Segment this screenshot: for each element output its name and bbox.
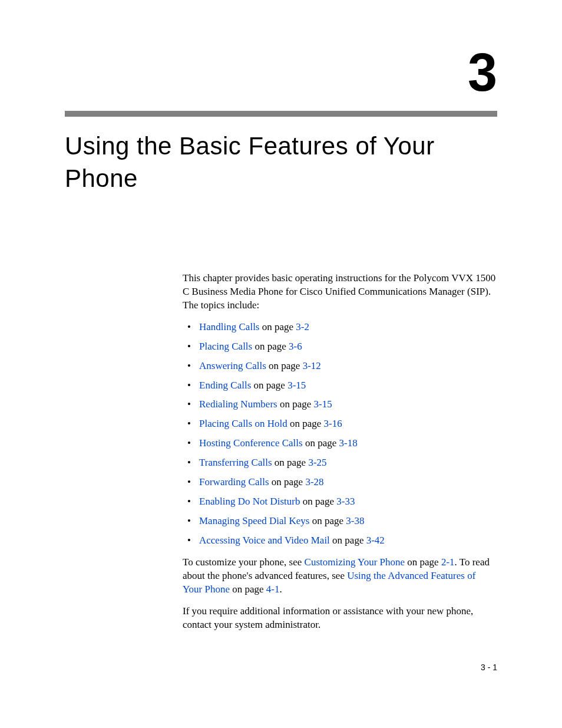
topic-mid: on page — [259, 321, 296, 332]
page-ref-link[interactable]: 4-1 — [266, 584, 280, 595]
topic-link[interactable]: Enabling Do Not Disturb — [199, 496, 300, 507]
list-item: Enabling Do Not Disturb on page 3-33 — [183, 495, 497, 509]
topic-link[interactable]: Redialing Numbers — [199, 398, 277, 410]
horizontal-rule — [65, 111, 497, 117]
body-column: This chapter provides basic operating in… — [183, 272, 497, 632]
topic-link[interactable]: Ending Calls — [199, 380, 251, 391]
list-item: Hosting Conference Calls on page 3-18 — [183, 437, 497, 450]
topic-mid: on page — [330, 535, 366, 546]
topic-mid: on page — [269, 476, 306, 487]
closing-paragraph-2: If you require additional information or… — [183, 605, 497, 632]
topic-link[interactable]: Accessing Voice and Video Mail — [199, 535, 330, 546]
page-ref-link[interactable]: 3-12 — [303, 360, 321, 371]
topic-link[interactable]: Transferring Calls — [199, 457, 272, 468]
page-ref-link[interactable]: 3-6 — [289, 341, 302, 352]
topic-list: Handling Calls on page 3-2 Placing Calls… — [183, 321, 497, 548]
customize-link[interactable]: Customizing Your Phone — [305, 556, 405, 568]
topic-link[interactable]: Hosting Conference Calls — [199, 437, 303, 449]
text: . — [280, 584, 282, 595]
list-item: Transferring Calls on page 3-25 — [183, 456, 497, 470]
chapter-title: Using the Basic Features of Your Phone — [65, 130, 497, 195]
topic-mid: on page — [300, 496, 336, 507]
topic-mid: on page — [309, 515, 346, 526]
list-item: Handling Calls on page 3-2 — [183, 321, 497, 334]
page-ref-link[interactable]: 3-2 — [296, 321, 309, 332]
page-number: 3 - 1 — [481, 663, 497, 672]
text: on page — [230, 584, 266, 595]
list-item: Redialing Numbers on page 3-15 — [183, 398, 497, 411]
closing-paragraph-1: To customize your phone, see Customizing… — [183, 556, 497, 597]
topic-mid: on page — [251, 380, 287, 391]
intro-paragraph: This chapter provides basic operating in… — [183, 272, 497, 312]
chapter-number: 3 — [468, 46, 497, 99]
topic-mid: on page — [303, 437, 339, 449]
list-item: Accessing Voice and Video Mail on page 3… — [183, 534, 497, 548]
list-item: Answering Calls on page 3-12 — [183, 360, 497, 373]
topic-link[interactable]: Answering Calls — [199, 360, 266, 371]
page-ref-link[interactable]: 3-28 — [305, 476, 323, 487]
page: 3 Using the Basic Features of Your Phone… — [0, 0, 562, 728]
topic-link[interactable]: Placing Calls on Hold — [199, 418, 287, 429]
topic-mid: on page — [287, 418, 324, 429]
topic-link[interactable]: Handling Calls — [199, 321, 259, 332]
page-ref-link[interactable]: 2-1 — [441, 556, 455, 568]
text: To customize your phone, see — [183, 556, 305, 568]
topic-mid: on page — [272, 457, 309, 468]
list-item: Managing Speed Dial Keys on page 3-38 — [183, 515, 497, 528]
page-ref-link[interactable]: 3-33 — [336, 496, 355, 507]
page-ref-link[interactable]: 3-18 — [339, 437, 357, 449]
page-ref-link[interactable]: 3-42 — [366, 535, 385, 546]
topic-link[interactable]: Managing Speed Dial Keys — [199, 515, 309, 526]
list-item: Forwarding Calls on page 3-28 — [183, 476, 497, 489]
page-ref-link[interactable]: 3-16 — [324, 418, 342, 429]
list-item: Ending Calls on page 3-15 — [183, 379, 497, 393]
topic-mid: on page — [252, 341, 289, 352]
page-ref-link[interactable]: 3-15 — [287, 380, 306, 391]
page-ref-link[interactable]: 3-38 — [346, 515, 364, 526]
page-ref-link[interactable]: 3-15 — [314, 398, 332, 410]
page-ref-link[interactable]: 3-25 — [308, 457, 326, 468]
text: on page — [405, 556, 441, 568]
topic-link[interactable]: Placing Calls — [199, 341, 252, 352]
topic-link[interactable]: Forwarding Calls — [199, 476, 269, 487]
list-item: Placing Calls on page 3-6 — [183, 340, 497, 354]
list-item: Placing Calls on Hold on page 3-16 — [183, 417, 497, 431]
topic-mid: on page — [266, 360, 303, 371]
topic-mid: on page — [277, 398, 314, 410]
